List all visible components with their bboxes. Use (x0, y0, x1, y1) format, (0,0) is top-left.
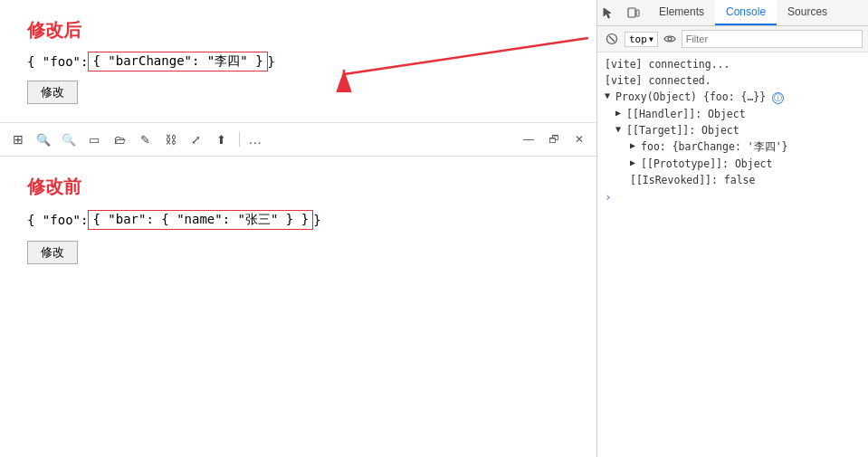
bottom-code-after: } (313, 213, 320, 227)
prototype-triangle[interactable] (630, 157, 635, 167)
devtools-toolbar: top ▼ (597, 26, 868, 52)
more-options-button[interactable]: ... (249, 132, 262, 147)
top-section: 修改后 { "foo": { "barChange": "李四" } } 修改 (0, 0, 596, 123)
zoom-out-icon[interactable]: 🔍 (60, 130, 78, 148)
console-prompt: › (597, 188, 868, 205)
close-button[interactable]: ✕ (571, 131, 587, 148)
tab-sources[interactable]: Sources (777, 0, 838, 25)
svg-rect-1 (628, 8, 635, 17)
top-code-highlighted: { "barChange": "李四" } (88, 52, 267, 71)
top-code-after: } (268, 54, 275, 69)
console-line-proxy: Proxy(Object) {foo: {…}} ⓘ (597, 89, 868, 106)
main-area: 修改后 { "foo": { "barChange": "李四" } } 修改 … (0, 0, 596, 457)
bottom-code-line: { "foo": { "bar": { "name": "张三" } } } (27, 210, 569, 230)
devtools-panel: Elements Console Sources top ▼ [vite] co… (596, 0, 868, 457)
eye-icon[interactable] (662, 31, 678, 47)
window-controls: — 🗗 ✕ (520, 131, 587, 148)
foo-triangle[interactable] (630, 140, 635, 150)
bottom-section: 修改前 { "foo": { "bar": { "name": "张三" } }… (0, 157, 596, 457)
frame-icon[interactable]: ▭ (85, 130, 103, 148)
link-icon[interactable]: ⛓ (161, 130, 179, 148)
label-after: 修改后 (27, 18, 569, 43)
svg-point-5 (668, 37, 672, 41)
context-select[interactable]: top ▼ (625, 32, 658, 47)
console-line-foo: foo: {barChange: '李四'} (597, 138, 868, 156)
tab-console[interactable]: Console (715, 0, 777, 25)
device-toggle-icon[interactable] (623, 2, 644, 24)
bottom-code-before: { "foo": (27, 213, 88, 227)
clear-console-icon[interactable] (603, 30, 621, 48)
zoom-in-icon[interactable]: 🔍 (34, 130, 52, 148)
bottom-code-highlighted: { "bar": { "name": "张三" } } (88, 210, 313, 230)
svg-line-4 (609, 36, 615, 42)
label-before: 修改前 (27, 175, 569, 199)
toolbar-separator (239, 132, 240, 147)
filter-input[interactable] (682, 30, 863, 48)
devtools-icon-group (597, 2, 644, 24)
edit-icon[interactable]: ✎ (136, 130, 154, 148)
upload-icon[interactable]: ⬆ (212, 130, 230, 148)
top-code-line: { "foo": { "barChange": "李四" } } (27, 52, 569, 71)
console-line-isrevoked: [[IsRevoked]]: false (597, 172, 868, 188)
expand-icon[interactable]: ⤢ (186, 130, 205, 148)
console-line-vite-connected: [vite] connected. (597, 72, 868, 89)
open-folder-icon[interactable]: 🗁 (110, 130, 129, 148)
proxy-triangle[interactable] (605, 90, 610, 100)
devtools-tabs-row: Elements Console Sources (597, 0, 868, 26)
console-line-target: [[Target]]: Object (597, 122, 868, 138)
tab-elements[interactable]: Elements (648, 0, 715, 25)
console-line-vite-connecting: [vite] connecting... (597, 56, 868, 72)
minimize-button[interactable]: — (520, 131, 537, 148)
info-icon[interactable]: ⓘ (772, 92, 784, 104)
restore-button[interactable]: 🗗 (546, 131, 562, 148)
bottom-modify-button[interactable]: 修改 (27, 241, 78, 264)
context-label: top (629, 33, 647, 45)
toolbar-row: ⊞ 🔍 🔍 ▭ 🗁 ✎ ⛓ ⤢ ⬆ ... — 🗗 ✕ (0, 123, 596, 157)
top-code-before: { "foo": (27, 54, 88, 69)
context-dropdown-icon: ▼ (649, 35, 653, 43)
svg-rect-2 (636, 10, 639, 16)
prompt-chevron-icon: › (605, 190, 612, 204)
console-line-prototype: [[Prototype]]: Object (597, 156, 868, 172)
grid-icon[interactable]: ⊞ (9, 130, 27, 148)
console-line-handler: [[Handler]]: Object (597, 106, 868, 122)
target-triangle[interactable] (615, 124, 621, 134)
handler-triangle[interactable] (615, 108, 621, 118)
devtools-console: [vite] connecting... [vite] connected. P… (597, 52, 868, 457)
top-modify-button[interactable]: 修改 (27, 81, 78, 104)
inspect-icon[interactable] (597, 2, 619, 24)
